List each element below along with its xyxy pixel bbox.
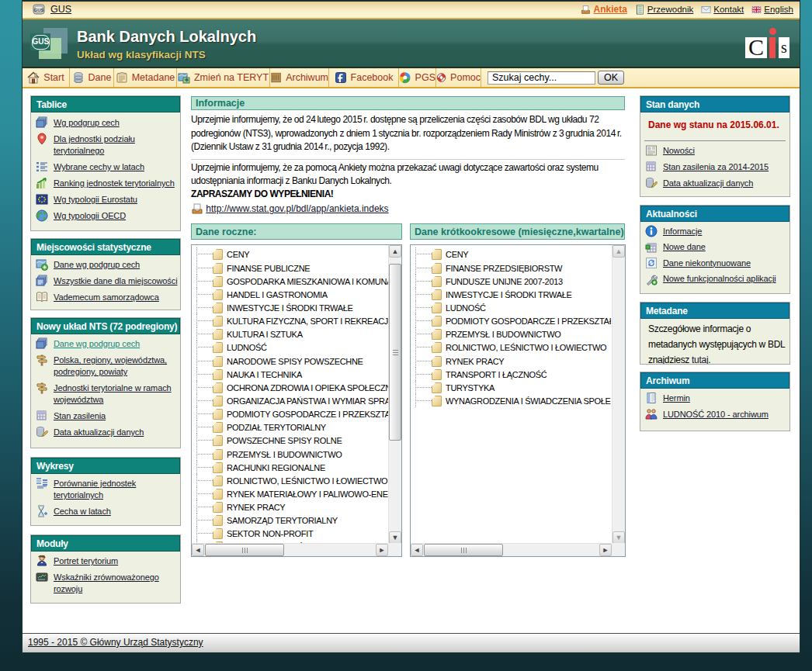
svg-text:GUS: GUS <box>33 8 43 12</box>
